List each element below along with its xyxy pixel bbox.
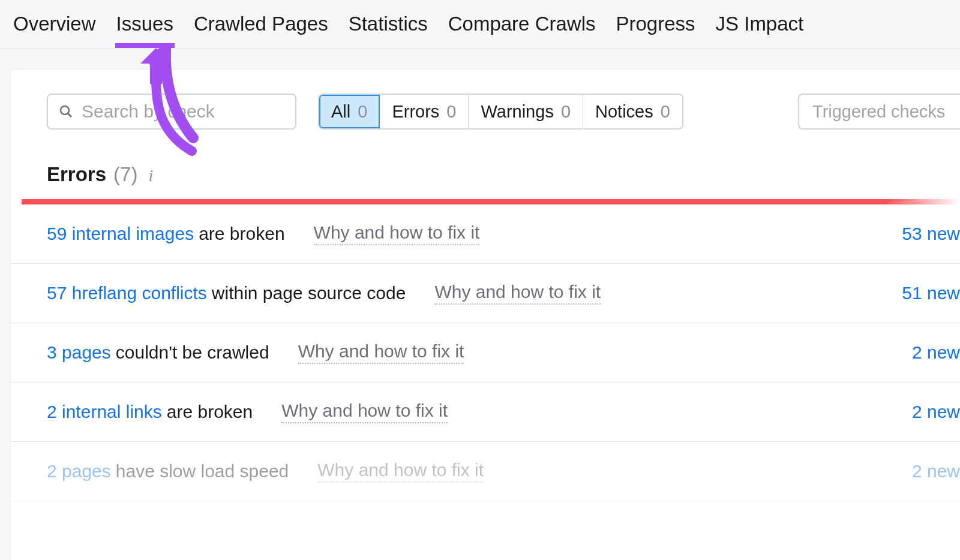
issues-panel: All 0 Errors 0 Warnings 0 Notices 0 Trig… <box>11 70 960 560</box>
filter-warnings-count: 0 <box>561 102 571 122</box>
issue-row: 3 pages couldn't be crawled Why and how … <box>11 323 960 383</box>
filter-warnings-label: Warnings <box>481 102 553 122</box>
fix-link[interactable]: Why and how to fix it <box>434 282 601 305</box>
fix-link[interactable]: Why and how to fix it <box>314 222 480 245</box>
info-icon[interactable]: i <box>148 166 153 185</box>
errors-count: (7) <box>113 163 137 186</box>
issue-link[interactable]: 57 hreflang conflicts <box>47 283 207 303</box>
issue-new-badge[interactable]: 51 new <box>902 283 960 303</box>
issue-link[interactable]: 2 internal links <box>47 402 162 422</box>
tab-compare-crawls[interactable]: Compare Crawls <box>448 1 596 48</box>
svg-marker-0 <box>146 50 170 72</box>
issue-text: are broken <box>199 224 284 244</box>
filter-notices[interactable]: Notices 0 <box>583 95 682 128</box>
fix-link[interactable]: Why and how to fix it <box>317 460 484 483</box>
issue-new-badge[interactable]: 2 new <box>912 402 960 422</box>
issue-link[interactable]: 3 pages <box>47 342 111 363</box>
fix-link[interactable]: Why and how to fix it <box>298 341 464 364</box>
svg-line-3 <box>68 113 71 117</box>
tabs-bar: Overview Issues Crawled Pages Statistics… <box>0 0 960 49</box>
tab-crawled-pages[interactable]: Crawled Pages <box>194 1 328 48</box>
filter-all[interactable]: All 0 <box>319 95 380 128</box>
filter-warnings[interactable]: Warnings 0 <box>469 95 583 128</box>
search-icon <box>59 104 73 119</box>
svg-point-2 <box>61 106 69 115</box>
issue-text: have slow load speed <box>116 461 289 481</box>
tab-progress[interactable]: Progress <box>616 1 695 48</box>
issue-new-badge[interactable]: 2 new <box>912 342 960 363</box>
fix-link[interactable]: Why and how to fix it <box>281 401 448 423</box>
filter-errors[interactable]: Errors 0 <box>380 95 469 128</box>
tab-issues[interactable]: Issues <box>116 1 173 48</box>
errors-title: Errors <box>47 163 106 186</box>
issue-new-badge[interactable]: 2 new <box>912 461 960 481</box>
tab-overview[interactable]: Overview <box>13 1 96 48</box>
filter-errors-count: 0 <box>446 102 456 122</box>
search-box[interactable] <box>47 94 296 130</box>
controls-row: All 0 Errors 0 Warnings 0 Notices 0 Trig… <box>11 94 960 130</box>
issue-link[interactable]: 2 pages <box>47 461 111 481</box>
issue-text: are broken <box>167 402 253 422</box>
filter-notices-count: 0 <box>661 102 670 122</box>
issue-row: 59 internal images are broken Why and ho… <box>11 204 960 264</box>
triggered-checks-button[interactable]: Triggered checks <box>798 94 960 130</box>
filter-errors-label: Errors <box>392 102 439 122</box>
filter-notices-label: Notices <box>595 102 653 122</box>
search-input[interactable] <box>82 101 286 122</box>
triggered-checks-label: Triggered checks <box>812 102 945 122</box>
filter-group: All 0 Errors 0 Warnings 0 Notices 0 <box>318 94 683 130</box>
issue-text: within page source code <box>212 283 406 303</box>
tab-statistics[interactable]: Statistics <box>349 1 428 48</box>
errors-section-header: Errors (7) i <box>11 130 960 199</box>
issue-text: couldn't be crawled <box>116 342 269 363</box>
errors-divider <box>22 199 960 204</box>
issue-row: 2 pages have slow load speed Why and how… <box>11 442 960 501</box>
tab-js-impact[interactable]: JS Impact <box>716 1 804 48</box>
issue-new-badge[interactable]: 53 new <box>902 224 960 244</box>
filter-all-label: All <box>331 102 350 122</box>
issue-link[interactable]: 59 internal images <box>47 224 194 244</box>
issue-row: 57 hreflang conflicts within page source… <box>11 264 960 323</box>
filter-all-count: 0 <box>358 102 367 122</box>
issue-row: 2 internal links are broken Why and how … <box>11 383 960 442</box>
